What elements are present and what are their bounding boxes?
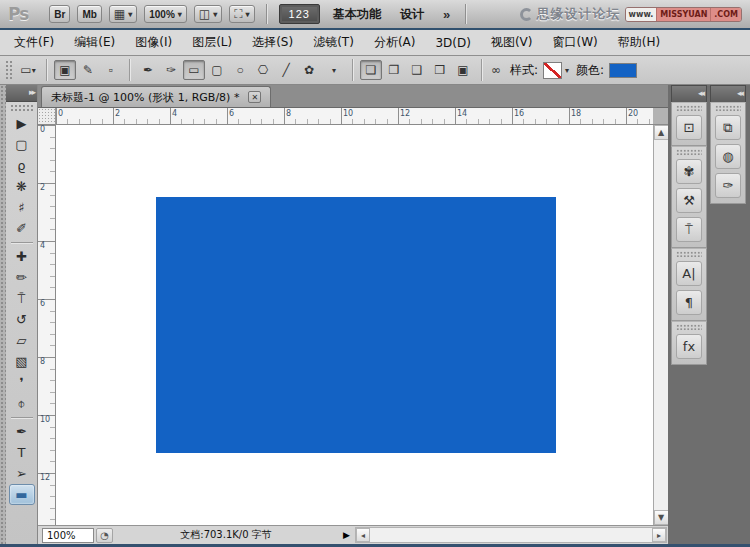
scroll-up-arrow[interactable]: ▲: [654, 125, 669, 140]
custom-shape-button[interactable]: ✿: [298, 60, 320, 80]
workspace-basic-button[interactable]: 基本功能: [327, 6, 387, 23]
canvas-row: 024681012 ▲ ▼: [38, 125, 668, 525]
eyedropper-tool[interactable]: ✐: [9, 218, 35, 239]
dodge-tool[interactable]: ⌽: [9, 393, 35, 414]
line-button[interactable]: ╱: [275, 60, 297, 80]
menu-item[interactable]: 滤镜(T): [303, 34, 364, 51]
menu-item[interactable]: 3D(D): [425, 36, 480, 50]
freeform-pen-button[interactable]: ✑: [160, 60, 182, 80]
grip-handle[interactable]: [5, 60, 12, 80]
rounded-rectangle-button[interactable]: ▢: [206, 60, 228, 80]
zoom-level-dropdown[interactable]: 100% ▾: [144, 5, 187, 23]
grip-dots[interactable]: [676, 324, 702, 330]
scroll-left-arrow[interactable]: ◂: [356, 528, 370, 542]
polygon-button[interactable]: ⎔: [252, 60, 274, 80]
shape-tools-dropdown[interactable]: ▾: [323, 60, 345, 80]
document-tab[interactable]: 未标题-1 @ 100% (形状 1, RGB/8) * ✕: [41, 86, 271, 107]
menu-item[interactable]: 窗口(W): [543, 34, 608, 51]
horizontal-scrollbar[interactable]: ◂ ▸: [355, 527, 667, 543]
vertical-scrollbar[interactable]: ▲ ▼: [653, 125, 668, 525]
exclude-overlapping-button[interactable]: ▣: [452, 60, 474, 80]
tool-preset-picker[interactable]: ▭ ▾: [17, 60, 39, 80]
resolution-123-button[interactable]: 123: [279, 4, 320, 24]
eraser-tool[interactable]: ▱: [9, 330, 35, 351]
tools-divider: [11, 242, 33, 243]
menu-item[interactable]: 图层(L): [182, 34, 242, 51]
tools-collapse-button[interactable]: ▸▸: [6, 85, 37, 102]
rectangle-tool[interactable]: ▬: [9, 484, 35, 505]
lasso-tool[interactable]: ϱ: [9, 155, 35, 176]
menu-item[interactable]: 图像(I): [125, 34, 182, 51]
style-swatch-none[interactable]: [543, 62, 562, 79]
ruler-origin-corner[interactable]: [38, 108, 56, 125]
arrange-documents-button[interactable]: ◫ ▾: [194, 5, 222, 23]
chevron-down-icon: ▾: [213, 10, 217, 19]
workspace-design-button[interactable]: 设计: [394, 6, 430, 23]
grip-dots[interactable]: [676, 149, 702, 155]
tool-presets-panel-icon[interactable]: ⚒: [676, 188, 702, 213]
grip-dots[interactable]: [10, 104, 34, 111]
paragraph-panel-icon[interactable]: ¶: [676, 290, 702, 315]
menu-item[interactable]: 分析(A): [364, 34, 426, 51]
ellipse-button[interactable]: ○: [229, 60, 251, 80]
paint-bucket-tool[interactable]: ▧: [9, 351, 35, 372]
pen-tool[interactable]: ✒: [9, 421, 35, 442]
clone-stamp-tool[interactable]: ⍑: [9, 288, 35, 309]
type-tool[interactable]: T: [9, 442, 35, 463]
status-zoom-field[interactable]: 100%: [42, 528, 94, 543]
document-size-info: 文档:703.1K/0 字节: [113, 528, 339, 542]
menu-item[interactable]: 选择(S): [242, 34, 303, 51]
brushes-panel-icon[interactable]: ✾: [676, 159, 702, 184]
document-tab-title: 未标题-1 @ 100% (形状 1, RGB/8) *: [51, 90, 239, 105]
history-brush-tool[interactable]: ↺: [9, 309, 35, 330]
brush-tool[interactable]: ✏: [9, 267, 35, 288]
subtract-from-shape-area-button[interactable]: ❑: [406, 60, 428, 80]
character-panel-icon[interactable]: A|: [676, 261, 702, 286]
move-tool[interactable]: ▶: [9, 113, 35, 134]
panels-collapse-button[interactable]: ◂◂: [710, 85, 746, 102]
clock-icon[interactable]: ◔: [96, 528, 113, 543]
pen-tool-button[interactable]: ✒: [137, 60, 159, 80]
screen-mode-button[interactable]: ⛶ ▾: [229, 5, 254, 23]
scroll-down-arrow[interactable]: ▼: [654, 510, 669, 525]
menu-item[interactable]: 文件(F): [4, 34, 64, 51]
bridge-button[interactable]: Br: [49, 5, 70, 23]
intersect-shape-areas-button[interactable]: ❒: [429, 60, 451, 80]
color-swatch[interactable]: [609, 63, 637, 78]
healing-brush-tool[interactable]: ✚: [9, 246, 35, 267]
menu-item[interactable]: 编辑(E): [64, 34, 125, 51]
status-bar: 100% ◔ 文档:703.1K/0 字节 ▶ ◂ ▸: [38, 525, 668, 544]
rectangular-marquee-tool[interactable]: ▢: [9, 134, 35, 155]
canvas[interactable]: [56, 125, 653, 525]
menu-item[interactable]: 帮助(H): [608, 34, 670, 51]
blur-tool[interactable]: ❜: [9, 372, 35, 393]
panels-collapse-button[interactable]: ◂◂: [671, 85, 707, 102]
ruler-number: 4: [40, 242, 52, 250]
paths-mode-button[interactable]: ✎: [77, 60, 99, 80]
menu-item[interactable]: 视图(V): [481, 34, 543, 51]
channels-panel-icon[interactable]: ◍: [715, 144, 741, 169]
mini-bridge-button[interactable]: Mb: [77, 5, 101, 23]
grip-dots[interactable]: [676, 251, 702, 257]
fill-pixels-mode-button[interactable]: ▫: [100, 60, 122, 80]
close-icon[interactable]: ✕: [248, 91, 261, 103]
create-new-shape-layer-button[interactable]: ❏: [360, 60, 382, 80]
grip-dots[interactable]: [715, 105, 741, 111]
quick-selection-tool[interactable]: ❋: [9, 176, 35, 197]
styles-panel-icon[interactable]: fx: [676, 334, 702, 359]
workspace-overflow-chevron[interactable]: »: [437, 7, 454, 22]
panel-icon-group: ⧉◍✑: [710, 102, 746, 204]
history-panel-icon[interactable]: ⊡: [676, 115, 702, 140]
path-selection-tool[interactable]: ➢: [9, 463, 35, 484]
scroll-right-arrow[interactable]: ▸: [652, 528, 666, 542]
shape-layers-mode-button[interactable]: ▣: [54, 60, 76, 80]
rectangle-tool-button[interactable]: ▭: [183, 60, 205, 80]
status-flyout-button[interactable]: ▶: [339, 530, 354, 540]
add-to-shape-area-button[interactable]: ❐: [383, 60, 405, 80]
clone-source-panel-icon[interactable]: ⍑: [676, 217, 702, 242]
paths-panel-icon[interactable]: ✑: [715, 173, 741, 198]
crop-tool[interactable]: ♯: [9, 197, 35, 218]
launch-button[interactable]: ▦ ▾: [109, 5, 137, 23]
layers-panel-icon[interactable]: ⧉: [715, 115, 741, 140]
grip-dots[interactable]: [676, 105, 702, 111]
